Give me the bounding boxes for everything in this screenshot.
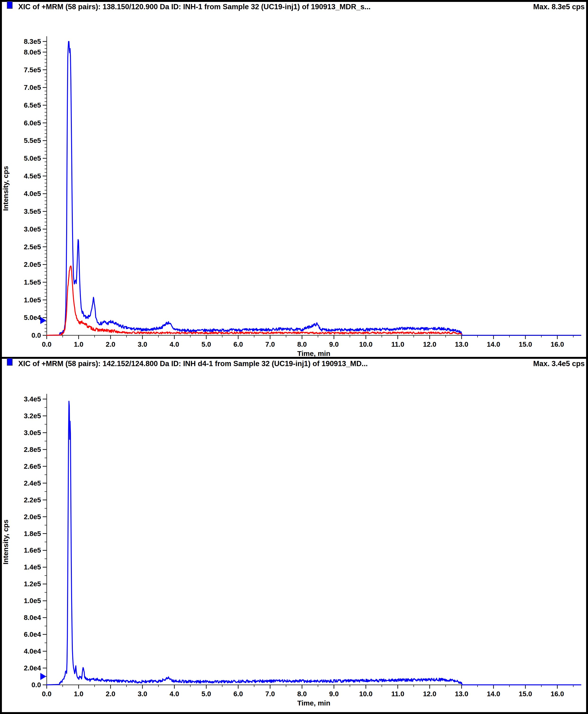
x-tick-label: 15.0	[519, 690, 532, 698]
y-axis-title: Intensity, cps	[2, 519, 9, 564]
y-tick-label: 2.0e5	[24, 513, 41, 521]
y-tick-label: 2.5e5	[24, 243, 41, 251]
y-tick-label: 4.0e5	[24, 190, 41, 197]
y-tick-label: 1.8e5	[24, 530, 41, 538]
panel-1-title: XIC of +MRM (58 pairs): 138.150/120.900 …	[18, 3, 371, 11]
x-tick-label: 4.0	[169, 341, 179, 348]
x-tick-label: 5.0	[202, 690, 211, 698]
x-tick-label: 2.0	[106, 690, 115, 698]
y-tick-label: 6.0e4	[24, 631, 41, 638]
y-tick-label: 1.6e5	[24, 546, 41, 554]
x-tick-label: 12.0	[423, 341, 436, 348]
chromatogram-plot-1[interactable]: 0.05.0e41.0e51.5e52.0e52.5e53.0e53.5e54.…	[2, 12, 586, 357]
x-tick-label: 16.0	[550, 341, 564, 348]
x-tick-label: 13.0	[455, 690, 468, 698]
y-tick-label: 2.0e4	[24, 664, 41, 672]
x-tick-label: 14.0	[487, 341, 500, 348]
x-tick-label: 8.0	[297, 341, 307, 348]
y-tick-label: 0.0	[31, 681, 41, 689]
x-tick-label: 11.0	[391, 690, 404, 698]
x-tick-label: 10.0	[359, 341, 373, 348]
y-tick-label: 3.0e5	[24, 225, 41, 233]
y-tick-label: 2.8e5	[24, 446, 41, 453]
y-tick-label: 8.0e5	[24, 48, 41, 56]
panel-1-titlebar: XIC of +MRM (58 pairs): 138.150/120.900 …	[2, 2, 586, 12]
x-tick-label: 3.0	[138, 690, 147, 698]
panel-2-titlebar: XIC of +MRM (58 pairs): 142.152/124.800 …	[2, 359, 586, 369]
y-tick-label: 3.0e5	[24, 429, 41, 436]
y-tick-label: 7.5e5	[24, 66, 41, 74]
y-tick-label: 3.2e5	[24, 412, 41, 420]
x-tick-label: 11.0	[391, 341, 404, 348]
y-tick-label: 3.5e5	[24, 208, 41, 215]
chromatogram-panel-2: XIC of +MRM (58 pairs): 142.152/124.800 …	[2, 359, 586, 712]
x-tick-label: 16.0	[550, 690, 564, 698]
y-tick-label: 2.4e5	[24, 479, 41, 487]
x-tick-label: 0.0	[42, 690, 51, 698]
y-tick-label: 8.3e5	[24, 38, 41, 45]
y-tick-label: 6.0e5	[24, 119, 41, 127]
x-tick-label: 1.0	[74, 341, 83, 348]
x-tick-label: 12.0	[423, 690, 436, 698]
x-tick-label: 7.0	[265, 690, 275, 698]
x-tick-label: 4.0	[169, 690, 179, 698]
x-tick-label: 2.0	[106, 341, 115, 348]
y-tick-label: 5.0e4	[24, 314, 41, 321]
x-tick-label: 6.0	[233, 690, 243, 698]
x-axis-title: Time, min	[297, 699, 330, 707]
x-tick-label: 0.0	[42, 341, 51, 348]
chromatogram-trace	[47, 41, 581, 335]
x-tick-label: 5.0	[202, 341, 211, 348]
chromatogram-panel-1: XIC of +MRM (58 pairs): 138.150/120.900 …	[2, 2, 586, 357]
x-tick-label: 6.0	[233, 341, 243, 348]
x-tick-label: 14.0	[487, 690, 500, 698]
panel-1-max-intensity: Max. 8.3e5 cps	[533, 3, 585, 11]
x-tick-label: 7.0	[265, 341, 275, 348]
x-tick-label: 10.0	[359, 690, 373, 698]
chromatogram-plot-2[interactable]: 0.02.0e44.0e46.0e48.0e41.0e51.2e51.4e51.…	[2, 368, 586, 712]
x-tick-label: 9.0	[329, 690, 339, 698]
x-tick-label: 1.0	[74, 690, 83, 698]
y-tick-label: 2.6e5	[24, 462, 41, 470]
x-axis-title: Time, min	[297, 349, 330, 357]
panel-2-title: XIC of +MRM (58 pairs): 142.152/124.800 …	[18, 360, 368, 368]
y-tick-label: 7.0e5	[24, 84, 41, 91]
chromatogram-trace	[47, 266, 461, 335]
series-color-icon[interactable]	[7, 1, 13, 9]
y-tick-label: 2.2e5	[24, 496, 41, 504]
analyst-chromatogram-window: XIC of +MRM (58 pairs): 138.150/120.900 …	[0, 0, 588, 714]
y-tick-label: 1.0e5	[24, 296, 41, 304]
y-tick-label: 1.2e5	[24, 580, 41, 588]
y-tick-label: 8.0e4	[24, 614, 41, 621]
y-tick-label: 4.5e5	[24, 172, 41, 180]
y-tick-label: 1.0e5	[24, 597, 41, 605]
x-tick-label: 3.0	[138, 341, 147, 348]
y-tick-label: 6.5e5	[24, 102, 41, 109]
y-tick-label: 5.5e5	[24, 137, 41, 144]
expected-rt-marker-icon	[40, 673, 46, 680]
y-tick-label: 4.0e4	[24, 647, 41, 655]
panel-2-max-intensity: Max. 3.4e5 cps	[533, 360, 585, 368]
x-tick-label: 9.0	[329, 341, 339, 348]
y-tick-label: 2.0e5	[24, 261, 41, 268]
y-axis-title: Intensity, cps	[2, 166, 9, 211]
y-tick-label: 5.0e5	[24, 154, 41, 162]
y-tick-label: 1.4e5	[24, 563, 41, 571]
x-tick-label: 8.0	[297, 690, 307, 698]
y-tick-label: 0.0	[31, 331, 41, 339]
y-tick-label: 1.5e5	[24, 278, 41, 286]
chromatogram-trace	[47, 401, 581, 685]
x-tick-label: 13.0	[455, 341, 468, 348]
y-tick-label: 3.4e5	[24, 395, 41, 403]
x-tick-label: 15.0	[519, 341, 532, 348]
series-color-icon[interactable]	[7, 358, 13, 366]
